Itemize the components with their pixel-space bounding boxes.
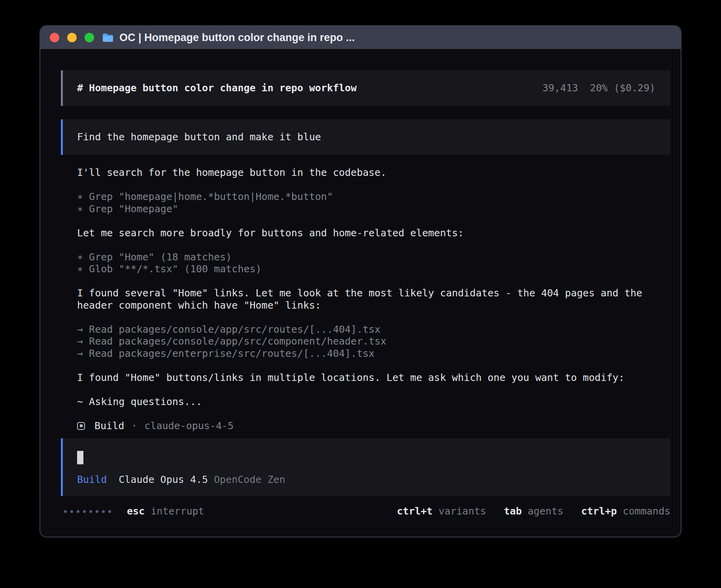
input-agent-label: Build xyxy=(77,474,107,486)
context-percent: 20% xyxy=(590,82,608,94)
tool-call-group: → Read packages/console/app/src/routes/[… xyxy=(77,324,670,360)
tool-call-grep: ∗ Grep "Homepage" xyxy=(77,203,670,215)
assistant-text: I found several "Home" links. Let me loo… xyxy=(77,287,670,311)
tool-call-grep: ∗ Grep "homepage|home.*button|Home.*butt… xyxy=(77,191,670,203)
hint-commands: ctrl+p commands xyxy=(581,505,670,517)
hint-key: tab xyxy=(504,505,522,517)
tool-call-read: → Read packages/console/app/src/componen… xyxy=(77,335,670,348)
tool-call-read: → Read packages/enterprise/src/routes/[.… xyxy=(77,348,670,360)
assistant-text: Let me search more broadly for buttons a… xyxy=(77,227,670,239)
hint-interrupt: esc interrupt xyxy=(127,505,204,517)
session-header: # Homepage button color change in repo w… xyxy=(61,70,670,106)
assistant-response: I'll search for the homepage button in t… xyxy=(61,167,670,432)
agent-attribution: Build · claude-opus-4-5 xyxy=(77,420,670,432)
hint-key: esc xyxy=(127,505,145,517)
hint-agents: tab agents xyxy=(504,505,563,517)
statusbar: esc interrupt ctrl+t variants tab agents… xyxy=(61,505,670,517)
working-status: ~ Asking questions... xyxy=(77,396,670,408)
zoom-button[interactable] xyxy=(85,33,94,42)
tool-call-grep: ∗ Grep "Home" (18 matches) xyxy=(77,251,670,264)
session-stats: 39,41320%($0.29) xyxy=(542,82,655,94)
traffic-lights xyxy=(50,33,94,42)
terminal-window: OC | Homepage button color change in rep… xyxy=(40,25,681,537)
user-message-text: Find the homepage button and make it blu… xyxy=(77,131,321,143)
hint-key: ctrl+p xyxy=(581,505,617,517)
statusbar-left: esc interrupt xyxy=(64,505,204,517)
hint-label: commands xyxy=(623,505,670,517)
user-message: Find the homepage button and make it blu… xyxy=(61,119,670,155)
hint-label: variants xyxy=(438,505,486,517)
folder-icon xyxy=(102,33,114,43)
tool-call-group: ∗ Grep "homepage|home.*button|Home.*butt… xyxy=(77,191,670,215)
hint-key: ctrl+t xyxy=(397,505,432,517)
agent-name: Build xyxy=(94,420,124,432)
assistant-text: I found "Home" buttons/links in multiple… xyxy=(77,372,670,384)
working-indicator xyxy=(64,510,111,513)
input-provider-label: OpenCode Zen xyxy=(214,474,285,486)
session-cost: ($0.29) xyxy=(614,82,655,94)
window-title: OC | Homepage button color change in rep… xyxy=(119,32,355,44)
tool-call-glob: ∗ Glob "**/*.tsx" (100 matches) xyxy=(77,263,670,275)
separator-dot: · xyxy=(131,420,137,432)
prompt-input[interactable]: Build Claude Opus 4.5 OpenCode Zen xyxy=(61,438,670,496)
terminal-content: # Homepage button color change in repo w… xyxy=(40,49,681,517)
titlebar[interactable]: OC | Homepage button color change in rep… xyxy=(40,26,681,49)
hint-label: agents xyxy=(528,505,563,517)
hint-label: interrupt xyxy=(151,505,204,517)
text-cursor xyxy=(77,451,83,464)
session-title: # Homepage button color change in repo w… xyxy=(77,82,357,94)
token-count: 39,413 xyxy=(542,82,578,94)
square-dot-icon xyxy=(77,422,85,430)
input-footer: Build Claude Opus 4.5 OpenCode Zen xyxy=(77,474,656,486)
hint-variants: ctrl+t variants xyxy=(397,505,486,517)
input-model-label: Claude Opus 4.5 xyxy=(119,474,208,486)
tool-call-group: ∗ Grep "Home" (18 matches) ∗ Glob "**/*.… xyxy=(77,251,670,275)
close-button[interactable] xyxy=(50,33,59,42)
statusbar-right: ctrl+t variants tab agents ctrl+p comman… xyxy=(397,505,670,517)
minimize-button[interactable] xyxy=(67,33,77,42)
tool-call-read: → Read packages/console/app/src/routes/[… xyxy=(77,324,670,336)
title-wrap: OC | Homepage button color change in rep… xyxy=(102,32,355,44)
agent-model: claude-opus-4-5 xyxy=(144,420,234,432)
assistant-text: I'll search for the homepage button in t… xyxy=(77,167,670,179)
